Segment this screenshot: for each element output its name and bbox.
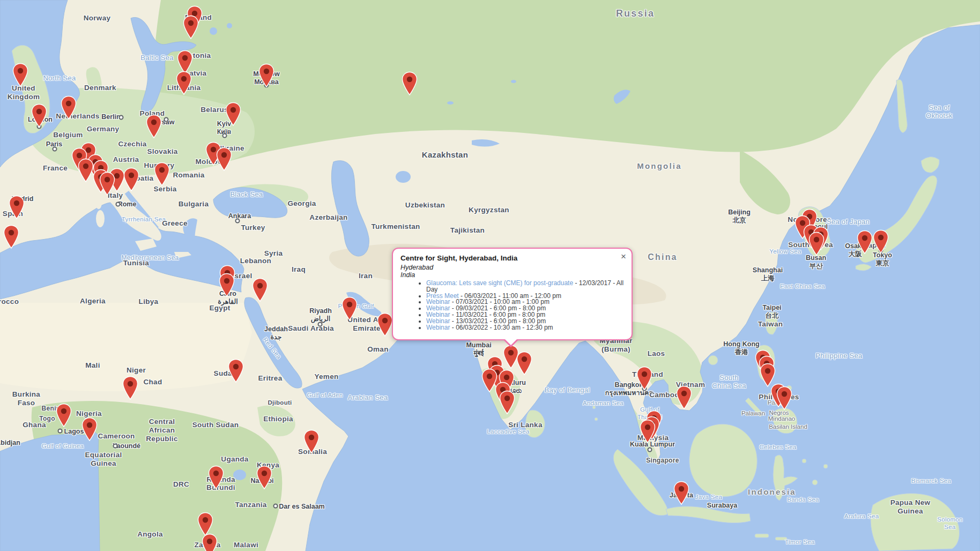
- city-dot: [273, 504, 278, 509]
- city-dot: [648, 448, 652, 452]
- city-dot: [164, 117, 169, 122]
- map-marker[interactable]: [252, 278, 268, 302]
- map-marker[interactable]: [258, 63, 274, 88]
- map-marker[interactable]: [146, 114, 162, 139]
- map-marker[interactable]: [303, 429, 320, 454]
- map-marker[interactable]: [176, 71, 192, 95]
- map-marker[interactable]: [31, 103, 47, 128]
- map-marker[interactable]: [808, 232, 825, 256]
- city-dot: [222, 133, 227, 138]
- map-marker[interactable]: [154, 162, 170, 187]
- event-details: - 06/03/2022 - 10:30 am - 12:30 pm: [450, 324, 553, 331]
- map-marker[interactable]: [228, 359, 244, 383]
- map-marker[interactable]: [99, 172, 115, 196]
- map-marker[interactable]: [78, 158, 94, 183]
- map-marker[interactable]: [9, 195, 25, 220]
- map-marker[interactable]: [123, 167, 139, 192]
- city-dot: [116, 202, 121, 207]
- map-marker[interactable]: [516, 351, 532, 376]
- map-marker[interactable]: [873, 229, 889, 254]
- event-link[interactable]: Glaucoma: Lets save sight (CME) for post…: [426, 279, 573, 287]
- map-marker[interactable]: [225, 102, 241, 126]
- event-item: Webinar - 06/03/2022 - 10:30 am - 12:30 …: [426, 325, 624, 331]
- map-marker[interactable]: [122, 376, 138, 400]
- map-marker[interactable]: [402, 71, 418, 96]
- map-marker[interactable]: [676, 385, 692, 410]
- city-dot: [53, 147, 57, 152]
- city-dot: [58, 429, 63, 434]
- map-marker[interactable]: [636, 366, 652, 391]
- city-dot: [235, 219, 240, 224]
- city-dot: [113, 444, 118, 449]
- map-marker[interactable]: [673, 481, 689, 505]
- map-marker[interactable]: [776, 386, 792, 411]
- city-dot: [119, 115, 124, 120]
- event-link[interactable]: Webinar: [426, 324, 450, 331]
- map-marker[interactable]: [256, 465, 272, 490]
- map-marker[interactable]: [12, 63, 28, 87]
- map-marker[interactable]: [3, 225, 19, 249]
- map-marker[interactable]: [81, 417, 98, 442]
- map-marker[interactable]: [202, 533, 218, 551]
- map-marker[interactable]: [377, 312, 393, 337]
- map-marker[interactable]: [219, 273, 235, 297]
- map-marker[interactable]: [857, 230, 873, 255]
- popup-city: Hyderabad: [400, 264, 624, 271]
- close-icon[interactable]: ×: [620, 251, 627, 262]
- event-list: Glaucoma: Lets save sight (CME) for post…: [400, 280, 624, 331]
- popup-country: India: [400, 271, 624, 279]
- map-marker[interactable]: [56, 403, 72, 428]
- map-marker[interactable]: [640, 419, 656, 444]
- info-window: × Centre for Sight, Hyderabad, India Hyd…: [392, 248, 633, 340]
- popup-title: Centre for Sight, Hyderabad, India: [400, 254, 624, 262]
- event-item: Glaucoma: Lets save sight (CME) for post…: [426, 280, 624, 293]
- city-dot: [318, 322, 323, 327]
- map-marker[interactable]: [499, 390, 515, 415]
- map-marker[interactable]: [183, 15, 199, 40]
- map-marker[interactable]: [216, 147, 232, 172]
- map-marker[interactable]: [208, 465, 224, 490]
- map-marker[interactable]: [341, 296, 358, 321]
- map[interactable]: NorwayFinlandRussiaSea of OkhotskUnited …: [0, 0, 980, 551]
- map-marker[interactable]: [61, 95, 77, 120]
